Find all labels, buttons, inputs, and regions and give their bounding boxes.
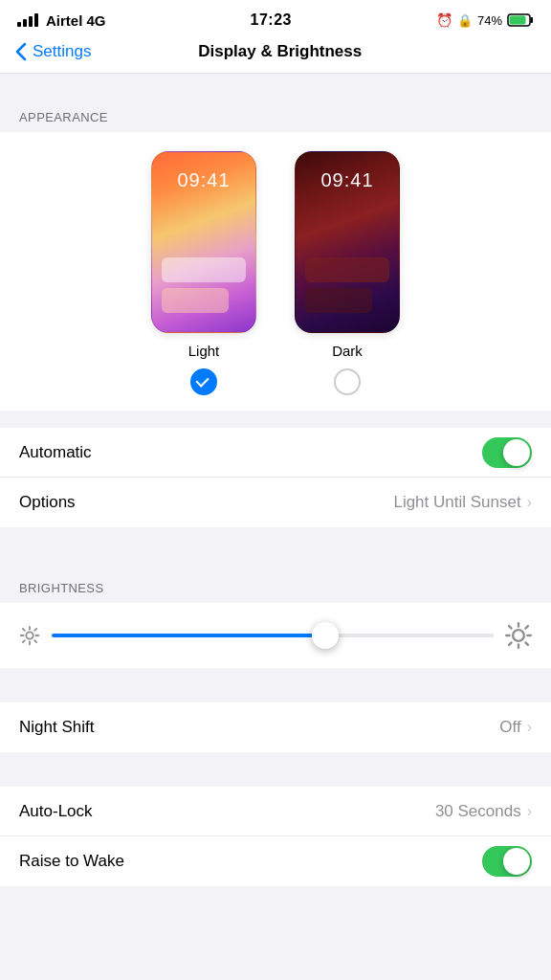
light-preview-widgets [162,257,246,313]
raise-to-wake-toggle[interactable] [482,846,532,877]
appearance-card: 09:41 Light 09:41 Dark [0,132,551,411]
lock-group: Auto-Lock 30 Seconds › Raise to Wake [0,787,551,886]
light-widget-2 [162,288,229,313]
appearance-options: 09:41 Light 09:41 Dark [0,151,551,395]
appearance-section-label: APPEARANCE [0,91,551,132]
dark-preview-time: 09:41 [296,169,399,191]
slider-track [52,634,494,637]
brightness-section-label: BRIGHTNESS [0,562,551,603]
auto-lock-chevron-icon: › [527,803,532,820]
spacer-2 [0,527,551,562]
night-shift-value: Off › [499,718,532,737]
brightness-slider-row [19,618,532,653]
signal-icon [17,13,38,27]
svg-line-18 [525,642,527,644]
back-label: Settings [33,42,91,61]
dark-widget-1 [305,257,389,282]
spacer-3 [0,668,551,702]
spacer-1 [0,411,551,428]
nav-bar: Settings Display & Brightness [0,34,551,74]
status-bar: Airtel 4G 17:23 ⏰ 🔒 74% [0,0,551,34]
svg-point-3 [26,632,33,638]
back-button[interactable]: Settings [15,42,91,61]
status-right: ⏰ 🔒 74% [436,12,534,28]
raise-to-wake-label: Raise to Wake [19,852,482,871]
light-preview-time: 09:41 [152,169,255,191]
svg-line-10 [34,629,36,631]
alarm-icon: ⏰ [436,12,452,28]
auto-lock-row[interactable]: Auto-Lock 30 Seconds › [0,787,551,836]
light-mode-label: Light [188,343,220,359]
brightness-bright-icon [505,622,532,649]
raise-to-wake-toggle-knob [503,848,530,875]
auto-lock-label: Auto-Lock [19,802,435,821]
night-shift-row[interactable]: Night Shift Off › [0,702,551,752]
night-shift-chevron-icon: › [527,719,532,736]
svg-line-19 [525,626,527,628]
status-time: 17:23 [251,11,292,29]
spacer-4 [0,752,551,787]
svg-line-8 [23,629,25,631]
carrier-label: Airtel 4G [46,12,106,29]
auto-lock-value-text: 30 Seconds [435,802,521,821]
appearance-settings-group: Automatic Options Light Until Sunset › [0,428,551,527]
brightness-card [0,603,551,668]
light-mode-option[interactable]: 09:41 Light [151,151,256,395]
raise-to-wake-row[interactable]: Raise to Wake [0,836,551,886]
slider-thumb[interactable] [312,622,339,649]
back-chevron-icon [15,42,27,61]
svg-point-12 [513,630,524,641]
night-shift-group: Night Shift Off › [0,702,551,752]
svg-line-11 [23,640,25,642]
dark-mode-radio[interactable] [334,368,361,395]
top-spacer [0,74,551,91]
auto-lock-value: 30 Seconds › [435,802,532,821]
status-left: Airtel 4G [17,12,106,29]
dark-preview-widgets [305,257,389,313]
svg-line-17 [509,626,511,628]
options-chevron-icon: › [527,494,532,511]
light-preview: 09:41 [151,151,256,333]
options-label: Options [19,493,393,512]
dark-preview: 09:41 [295,151,400,333]
rotation-lock-icon: 🔒 [457,13,473,28]
dark-widget-2 [305,288,372,313]
brightness-dim-icon [19,625,40,646]
svg-rect-1 [530,17,533,23]
page-title: Display & Brightness [91,42,469,61]
options-value: Light Until Sunset › [393,493,532,512]
options-row[interactable]: Options Light Until Sunset › [0,478,551,527]
night-shift-value-text: Off [499,718,520,737]
battery-label: 74% [477,13,502,28]
svg-line-20 [509,642,511,644]
options-value-text: Light Until Sunset [393,493,520,512]
dark-mode-option[interactable]: 09:41 Dark [295,151,400,395]
slider-fill [52,634,325,637]
svg-line-9 [34,640,36,642]
automatic-row[interactable]: Automatic [0,428,551,478]
light-widget-1 [162,257,246,282]
automatic-toggle[interactable] [482,437,532,468]
night-shift-label: Night Shift [19,718,499,737]
battery-icon [507,13,534,27]
toggle-knob [503,439,530,466]
dark-mode-label: Dark [332,343,363,359]
light-mode-radio[interactable] [190,368,217,395]
brightness-slider[interactable] [52,618,494,653]
svg-rect-2 [509,16,525,25]
automatic-label: Automatic [19,443,482,462]
